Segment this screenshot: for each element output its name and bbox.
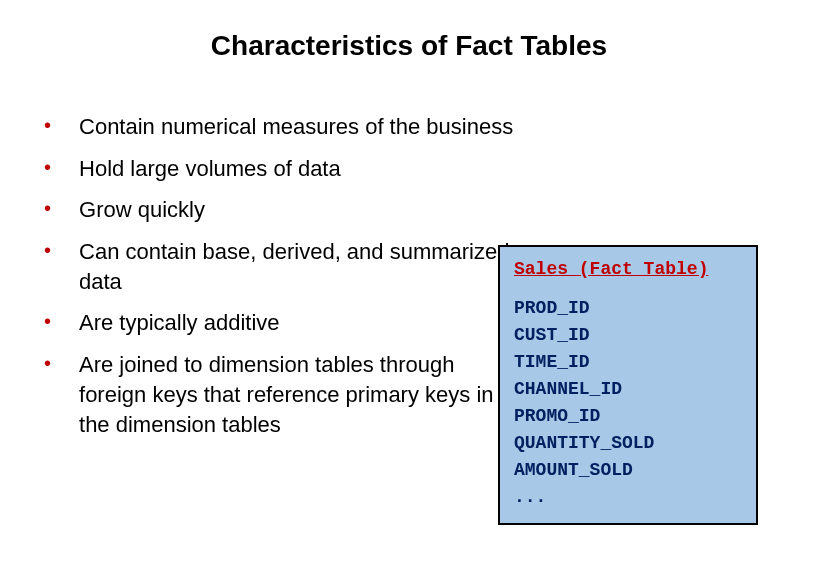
list-item: Hold large volumes of data — [40, 154, 778, 184]
list-item: Contain numerical measures of the busine… — [40, 112, 778, 142]
slide-title: Characteristics of Fact Tables — [40, 30, 778, 62]
bullet-text: Contain numerical measures of the busine… — [79, 112, 513, 142]
bullet-text: Hold large volumes of data — [79, 154, 341, 184]
bullet-text: Can contain base, derived, and summarize… — [79, 237, 519, 296]
fact-table-columns: PROD_ID CUST_ID TIME_ID CHANNEL_ID PROMO… — [514, 295, 742, 511]
list-item: Grow quickly — [40, 195, 778, 225]
fact-table-box: Sales (Fact Table) PROD_ID CUST_ID TIME_… — [498, 245, 758, 525]
fact-table-title: Sales (Fact Table) — [514, 259, 742, 279]
bullet-text: Are joined to dimension tables through f… — [79, 350, 519, 439]
bullet-text: Grow quickly — [79, 195, 205, 225]
bullet-text: Are typically additive — [79, 308, 280, 338]
